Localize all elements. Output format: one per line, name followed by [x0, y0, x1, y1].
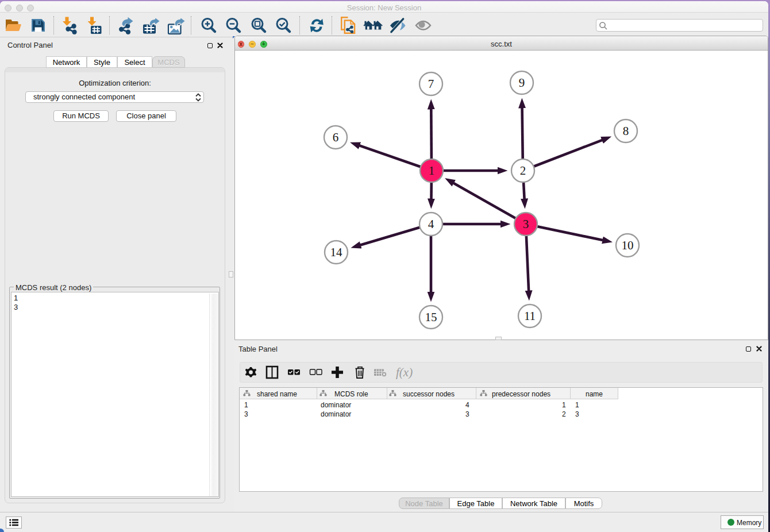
- svg-text:f(x): f(x): [396, 365, 413, 379]
- svg-text:14: 14: [330, 245, 343, 259]
- svg-text:9: 9: [519, 76, 525, 90]
- svg-text:7: 7: [428, 77, 434, 91]
- svg-text:6: 6: [333, 130, 339, 144]
- svg-text:8: 8: [623, 124, 629, 138]
- svg-text:4: 4: [428, 217, 434, 231]
- svg-text:10: 10: [622, 238, 634, 252]
- svg-text:1: 1: [429, 164, 435, 178]
- svg-text:15: 15: [425, 310, 437, 324]
- svg-text:11: 11: [524, 309, 536, 323]
- svg-text:3: 3: [523, 217, 529, 231]
- svg-text:2: 2: [520, 164, 526, 178]
